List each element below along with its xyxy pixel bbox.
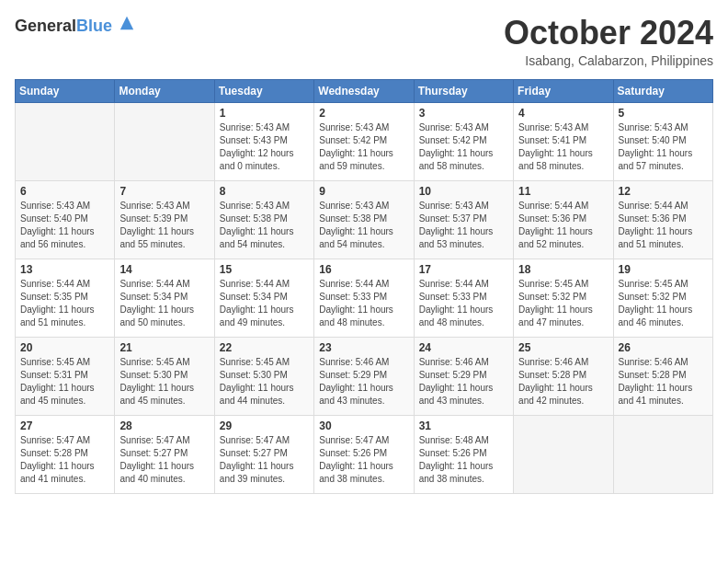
day-info: Sunrise: 5:43 AM Sunset: 5:37 PM Dayligh… [419,200,508,251]
calendar-cell: 31Sunrise: 5:48 AM Sunset: 5:26 PM Dayli… [414,415,513,493]
day-info: Sunrise: 5:44 AM Sunset: 5:33 PM Dayligh… [319,278,408,329]
day-number: 11 [518,185,608,198]
calendar-cell: 9Sunrise: 5:43 AM Sunset: 5:38 PM Daylig… [314,180,414,259]
logo-icon [119,15,135,31]
day-number: 4 [518,107,608,120]
day-info: Sunrise: 5:47 AM Sunset: 5:27 PM Dayligh… [119,434,209,486]
day-info: Sunrise: 5:43 AM Sunset: 5:40 PM Dayligh… [20,200,109,251]
calendar-cell: 6Sunrise: 5:43 AM Sunset: 5:40 PM Daylig… [16,180,115,259]
logo-general: General [15,17,76,35]
day-info: Sunrise: 5:43 AM Sunset: 5:39 PM Dayligh… [119,200,209,251]
day-info: Sunrise: 5:45 AM Sunset: 5:32 PM Dayligh… [518,278,608,329]
calendar-table: SundayMondayTuesdayWednesdayThursdayFrid… [15,79,713,494]
day-number: 17 [419,263,508,276]
day-info: Sunrise: 5:47 AM Sunset: 5:27 PM Dayligh… [220,434,309,486]
weekday-header: Sunday [16,79,115,102]
day-info: Sunrise: 5:47 AM Sunset: 5:28 PM Dayligh… [20,434,109,486]
svg-marker-0 [120,17,133,29]
day-info: Sunrise: 5:44 AM Sunset: 5:34 PM Dayligh… [220,278,309,329]
calendar-week-row: 20Sunrise: 5:45 AM Sunset: 5:31 PM Dayli… [16,337,713,415]
calendar-cell: 16Sunrise: 5:44 AM Sunset: 5:33 PM Dayli… [314,259,414,337]
day-number: 1 [220,107,309,120]
calendar-cell: 2Sunrise: 5:43 AM Sunset: 5:42 PM Daylig… [314,102,414,180]
day-number: 19 [619,263,708,276]
calendar-cell: 12Sunrise: 5:44 AM Sunset: 5:36 PM Dayli… [613,180,712,259]
day-number: 7 [119,185,209,198]
day-info: Sunrise: 5:43 AM Sunset: 5:43 PM Dayligh… [220,121,309,173]
calendar-cell: 24Sunrise: 5:46 AM Sunset: 5:29 PM Dayli… [414,337,513,415]
calendar-cell: 14Sunrise: 5:44 AM Sunset: 5:34 PM Dayli… [115,259,214,337]
day-number: 13 [20,263,109,276]
calendar-cell [16,102,115,180]
day-number: 6 [20,185,109,198]
day-number: 24 [419,341,508,354]
day-info: Sunrise: 5:44 AM Sunset: 5:34 PM Dayligh… [119,278,209,329]
weekday-header: Wednesday [314,79,414,102]
day-info: Sunrise: 5:44 AM Sunset: 5:36 PM Dayligh… [619,200,708,251]
calendar-cell: 7Sunrise: 5:43 AM Sunset: 5:39 PM Daylig… [115,180,214,259]
day-number: 28 [119,419,209,432]
day-number: 30 [319,419,408,432]
day-info: Sunrise: 5:46 AM Sunset: 5:28 PM Dayligh… [619,356,708,408]
day-number: 31 [419,419,508,432]
calendar-cell: 10Sunrise: 5:43 AM Sunset: 5:37 PM Dayli… [414,180,513,259]
calendar-cell: 4Sunrise: 5:43 AM Sunset: 5:41 PM Daylig… [514,102,613,180]
calendar-header-row: SundayMondayTuesdayWednesdayThursdayFrid… [16,79,713,102]
day-info: Sunrise: 5:46 AM Sunset: 5:29 PM Dayligh… [419,356,508,408]
day-number: 9 [319,185,408,198]
day-number: 18 [518,263,608,276]
day-number: 22 [220,341,309,354]
calendar-cell [613,415,712,493]
day-number: 25 [518,341,608,354]
calendar-cell: 1Sunrise: 5:43 AM Sunset: 5:43 PM Daylig… [214,102,313,180]
calendar-cell: 3Sunrise: 5:43 AM Sunset: 5:42 PM Daylig… [414,102,513,180]
weekday-header: Tuesday [214,79,313,102]
calendar-cell: 25Sunrise: 5:46 AM Sunset: 5:28 PM Dayli… [514,337,613,415]
calendar-cell: 13Sunrise: 5:44 AM Sunset: 5:35 PM Dayli… [16,259,115,337]
day-number: 23 [319,341,408,354]
calendar-cell: 8Sunrise: 5:43 AM Sunset: 5:38 PM Daylig… [214,180,313,259]
day-number: 15 [220,263,309,276]
day-number: 29 [220,419,309,432]
day-info: Sunrise: 5:43 AM Sunset: 5:38 PM Dayligh… [220,200,309,251]
calendar-cell: 18Sunrise: 5:45 AM Sunset: 5:32 PM Dayli… [514,259,613,337]
calendar-week-row: 1Sunrise: 5:43 AM Sunset: 5:43 PM Daylig… [16,102,713,180]
weekday-header: Saturday [613,79,712,102]
page-header: GeneralBlue October 2024 Isabang, Calaba… [15,15,713,68]
day-number: 10 [419,185,508,198]
day-number: 16 [319,263,408,276]
calendar-cell: 28Sunrise: 5:47 AM Sunset: 5:27 PM Dayli… [115,415,214,493]
calendar-cell [514,415,613,493]
day-number: 8 [220,185,309,198]
calendar-cell: 20Sunrise: 5:45 AM Sunset: 5:31 PM Dayli… [16,337,115,415]
day-info: Sunrise: 5:43 AM Sunset: 5:40 PM Dayligh… [619,121,708,173]
title-block: October 2024 Isabang, Calabarzon, Philip… [504,15,713,68]
day-info: Sunrise: 5:43 AM Sunset: 5:42 PM Dayligh… [419,121,508,173]
day-info: Sunrise: 5:45 AM Sunset: 5:30 PM Dayligh… [220,356,309,408]
month-title: October 2024 [504,15,713,52]
day-info: Sunrise: 5:45 AM Sunset: 5:31 PM Dayligh… [20,356,109,408]
calendar-cell: 19Sunrise: 5:45 AM Sunset: 5:32 PM Dayli… [613,259,712,337]
calendar-cell: 15Sunrise: 5:44 AM Sunset: 5:34 PM Dayli… [214,259,313,337]
calendar-cell [115,102,214,180]
day-info: Sunrise: 5:46 AM Sunset: 5:29 PM Dayligh… [319,356,408,408]
calendar-cell: 26Sunrise: 5:46 AM Sunset: 5:28 PM Dayli… [613,337,712,415]
logo-blue: Blue [76,17,112,35]
weekday-header: Monday [115,79,214,102]
day-info: Sunrise: 5:44 AM Sunset: 5:33 PM Dayligh… [419,278,508,329]
day-info: Sunrise: 5:46 AM Sunset: 5:28 PM Dayligh… [518,356,608,408]
calendar-cell: 5Sunrise: 5:43 AM Sunset: 5:40 PM Daylig… [613,102,712,180]
day-number: 12 [619,185,708,198]
day-info: Sunrise: 5:43 AM Sunset: 5:38 PM Dayligh… [319,200,408,251]
day-number: 14 [119,263,209,276]
day-number: 21 [119,341,209,354]
day-number: 2 [319,107,408,120]
calendar-week-row: 13Sunrise: 5:44 AM Sunset: 5:35 PM Dayli… [16,259,713,337]
calendar-week-row: 27Sunrise: 5:47 AM Sunset: 5:28 PM Dayli… [16,415,713,493]
day-info: Sunrise: 5:43 AM Sunset: 5:41 PM Dayligh… [518,121,608,173]
calendar-cell: 11Sunrise: 5:44 AM Sunset: 5:36 PM Dayli… [514,180,613,259]
day-info: Sunrise: 5:43 AM Sunset: 5:42 PM Dayligh… [319,121,408,173]
day-number: 3 [419,107,508,120]
calendar-cell: 30Sunrise: 5:47 AM Sunset: 5:26 PM Dayli… [314,415,414,493]
day-number: 27 [20,419,109,432]
